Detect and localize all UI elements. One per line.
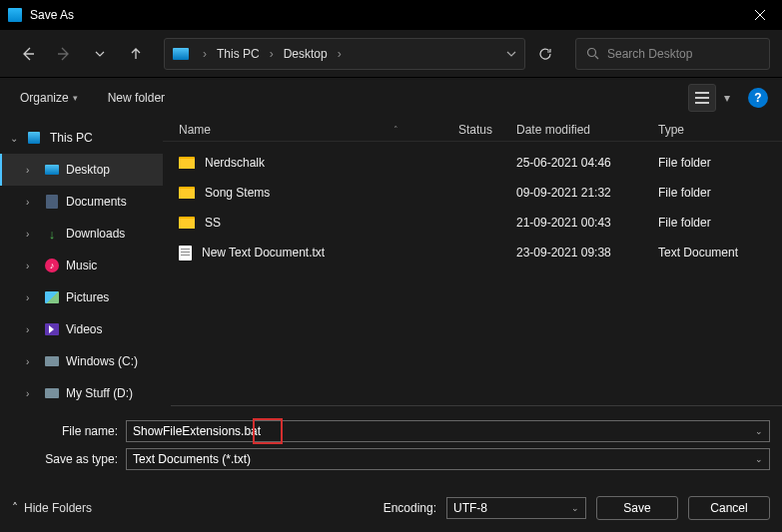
breadcrumb[interactable]: Desktop [284, 47, 328, 61]
folder-icon [179, 157, 195, 169]
sidebar-item-desktop[interactable]: › Desktop [0, 154, 163, 186]
sidebar-item-documents[interactable]: › Documents [0, 186, 163, 218]
organize-button[interactable]: Organize ▾ [14, 87, 84, 109]
cancel-button[interactable]: Cancel [688, 496, 770, 520]
column-type[interactable]: Type [658, 123, 782, 137]
annotation-box [253, 418, 283, 444]
address-bar[interactable]: › This PC › Desktop › [164, 38, 525, 70]
column-status[interactable]: Status [458, 123, 516, 137]
chevron-right-icon: › [26, 261, 38, 271]
file-date: 21-09-2021 00:43 [516, 216, 658, 230]
svg-rect-2 [695, 97, 709, 99]
save-label: Save [623, 501, 650, 515]
chevron-right-icon: › [26, 229, 38, 240]
encoding-select[interactable]: UTF-8 ⌄ [446, 497, 586, 519]
videos-icon [45, 323, 59, 335]
sidebar-label: Music [66, 259, 97, 272]
close-icon [755, 10, 765, 20]
file-type: File folder [658, 186, 782, 200]
pc-icon [28, 132, 40, 144]
sidebar-item-downloads[interactable]: › ↓ Downloads [0, 218, 163, 250]
refresh-icon [538, 47, 552, 61]
sidebar-item-music[interactable]: › ♪ Music [0, 250, 163, 281]
filename-label: File name: [12, 424, 126, 438]
column-name[interactable]: Name ˄ [179, 123, 458, 137]
desktop-icon [45, 165, 59, 175]
sidebar-item-pictures[interactable]: › Pictures [0, 281, 163, 313]
column-label: Name [179, 123, 211, 137]
sidebar-item-videos[interactable]: › Videos [0, 313, 163, 345]
column-date[interactable]: Date modified [516, 123, 658, 137]
chevron-down-icon[interactable]: ⌄ [571, 503, 579, 513]
save-type-select[interactable]: Text Documents (*.txt) ⌄ [126, 448, 770, 470]
sidebar-label: Downloads [66, 227, 125, 241]
chevron-right-icon: › [26, 197, 38, 208]
file-date: 23-09-2021 09:38 [516, 246, 658, 260]
file-name: Nerdschalk [205, 156, 265, 170]
chevron-down-icon[interactable]: ⌄ [755, 454, 763, 464]
back-button[interactable] [12, 38, 44, 70]
list-item[interactable]: SS 21-09-2021 00:43 File folder [163, 208, 782, 238]
close-button[interactable] [737, 0, 782, 30]
search-icon [586, 47, 599, 60]
arrow-up-icon [129, 47, 143, 61]
hide-folders-button[interactable]: ˄ Hide Folders [12, 501, 92, 515]
sort-asc-icon: ˄ [393, 125, 398, 135]
text-file-icon [179, 246, 192, 261]
up-button[interactable] [120, 38, 152, 70]
save-button[interactable]: Save [596, 496, 678, 520]
search-input[interactable]: Search Desktop [575, 38, 770, 70]
file-date: 09-09-2021 21:32 [516, 186, 658, 200]
file-list: Nerdschalk 25-06-2021 04:46 File folder … [163, 142, 782, 406]
chevron-right-icon: › [338, 47, 342, 61]
breadcrumb[interactable]: This PC [217, 47, 260, 61]
arrow-left-icon [20, 46, 36, 62]
view-dropdown[interactable]: ▾ [716, 84, 738, 112]
svg-rect-3 [695, 102, 709, 104]
organize-label: Organize [20, 91, 69, 105]
new-folder-label: New folder [108, 91, 165, 105]
search-placeholder: Search Desktop [607, 47, 692, 61]
filename-input[interactable]: ShowFileExtensions.bat ⌄ [126, 420, 770, 442]
sidebar: ⌄ This PC › Desktop › Documents › ↓ Down… [0, 118, 163, 406]
drive-icon [45, 356, 59, 366]
footer: ˄ Hide Folders Encoding: UTF-8 ⌄ Save Ca… [0, 488, 782, 532]
chevron-down-icon [95, 51, 105, 57]
new-folder-button[interactable]: New folder [102, 87, 171, 109]
list-item[interactable]: Song Stems 09-09-2021 21:32 File folder [163, 178, 782, 208]
sidebar-root-this-pc[interactable]: ⌄ This PC [0, 122, 163, 154]
drive-icon [45, 388, 59, 398]
save-type-value: Text Documents (*.txt) [133, 452, 251, 466]
save-type-label: Save as type: [12, 452, 126, 466]
chevron-down-icon[interactable] [506, 51, 516, 57]
sidebar-label: My Stuff (D:) [66, 386, 133, 400]
refresh-button[interactable] [529, 38, 561, 70]
file-type: Text Document [658, 246, 782, 260]
file-name: New Text Document.txt [202, 246, 325, 260]
encoding-value: UTF-8 [453, 501, 487, 515]
chevron-up-icon: ˄ [12, 501, 18, 515]
sidebar-label: Documents [66, 195, 127, 209]
chevron-down-icon: ⌄ [10, 133, 22, 144]
recent-dropdown[interactable] [84, 38, 116, 70]
music-icon: ♪ [45, 259, 59, 272]
svg-rect-1 [695, 92, 709, 94]
column-headers: Name ˄ Status Date modified Type [163, 118, 782, 142]
list-item[interactable]: New Text Document.txt 23-09-2021 09:38 T… [163, 238, 782, 267]
sidebar-label: This PC [50, 131, 93, 145]
filename-value: ShowFileExtensions.bat [133, 424, 261, 438]
sidebar-label: Videos [66, 322, 102, 336]
sidebar-label: Pictures [66, 290, 109, 304]
list-item[interactable]: Nerdschalk 25-06-2021 04:46 File folder [163, 148, 782, 178]
help-button[interactable]: ? [748, 88, 768, 108]
folder-icon [179, 217, 195, 229]
sidebar-item-windows-c[interactable]: › Windows (C:) [0, 345, 163, 377]
file-name: SS [205, 216, 221, 230]
sidebar-item-mystuff-d[interactable]: › My Stuff (D:) [0, 377, 163, 406]
view-button[interactable] [688, 84, 716, 112]
chevron-right-icon: › [203, 47, 207, 61]
chevron-down-icon: ▾ [73, 93, 78, 103]
chevron-right-icon: › [26, 165, 38, 176]
forward-button[interactable] [48, 38, 80, 70]
chevron-down-icon[interactable]: ⌄ [755, 426, 763, 436]
